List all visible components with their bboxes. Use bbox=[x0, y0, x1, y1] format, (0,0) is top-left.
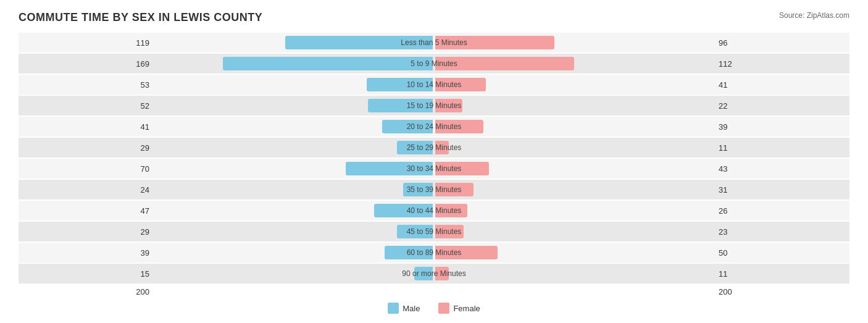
male-bar bbox=[223, 57, 433, 70]
female-value: 50 bbox=[714, 248, 849, 258]
male-bar bbox=[414, 267, 433, 280]
chart-container: COMMUTE TIME BY SEX IN LEWIS COUNTY Sour… bbox=[0, 0, 868, 323]
female-bar bbox=[435, 204, 467, 217]
male-value: 169 bbox=[19, 59, 154, 69]
male-value: 39 bbox=[19, 248, 154, 258]
male-bar bbox=[382, 120, 433, 133]
chart-row: 29 45 to 59 Minutes 23 bbox=[19, 222, 849, 241]
male-label: Male bbox=[403, 304, 420, 313]
female-bar bbox=[435, 162, 489, 175]
chart-row: 169 5 to 9 Minutes 112 bbox=[19, 54, 849, 73]
chart-row: 41 20 to 24 Minutes 39 bbox=[19, 117, 849, 136]
female-bar bbox=[435, 225, 464, 238]
female-label: Female bbox=[453, 304, 480, 313]
chart-row: 24 35 to 39 Minutes 31 bbox=[19, 180, 849, 199]
female-value: 96 bbox=[714, 38, 849, 48]
male-value: 29 bbox=[19, 143, 154, 153]
female-bar bbox=[435, 99, 462, 112]
female-value: 26 bbox=[714, 206, 849, 216]
female-bar bbox=[435, 78, 486, 91]
male-value: 70 bbox=[19, 164, 154, 174]
female-value: 43 bbox=[714, 164, 849, 174]
female-bar bbox=[435, 246, 498, 259]
female-bar bbox=[435, 57, 574, 70]
legend: Male Female bbox=[19, 303, 849, 314]
female-value: 11 bbox=[714, 269, 849, 279]
chart-row: 39 60 to 89 Minutes 50 bbox=[19, 243, 849, 262]
male-value: 15 bbox=[19, 269, 154, 279]
chart-row: 29 25 to 29 Minutes 11 bbox=[19, 138, 849, 157]
male-value: 47 bbox=[19, 206, 154, 216]
female-bar bbox=[435, 183, 474, 196]
axis-right-label: 200 bbox=[714, 287, 849, 296]
male-value: 41 bbox=[19, 122, 154, 132]
axis-row: 200 200 bbox=[19, 287, 849, 296]
male-bar bbox=[346, 162, 433, 175]
male-value: 53 bbox=[19, 80, 154, 90]
female-swatch bbox=[438, 303, 449, 314]
female-bar bbox=[435, 141, 449, 154]
male-bar bbox=[285, 36, 433, 49]
male-bar bbox=[385, 246, 433, 259]
source-label: Source: ZipAtlas.com bbox=[779, 11, 849, 20]
female-value: 39 bbox=[714, 122, 849, 132]
male-value: 24 bbox=[19, 185, 154, 195]
male-bar bbox=[374, 204, 433, 217]
male-value: 29 bbox=[19, 227, 154, 237]
male-bar bbox=[367, 78, 433, 91]
axis-left-label: 200 bbox=[19, 287, 154, 296]
chart-row: 52 15 to 19 Minutes 22 bbox=[19, 96, 849, 115]
male-swatch bbox=[388, 303, 399, 314]
female-bar bbox=[435, 267, 449, 280]
male-value: 119 bbox=[19, 38, 154, 48]
female-bar bbox=[435, 36, 554, 49]
chart-row: 119 Less than 5 Minutes 96 bbox=[19, 33, 849, 52]
female-value: 112 bbox=[714, 59, 849, 69]
male-value: 52 bbox=[19, 101, 154, 111]
chart-title: COMMUTE TIME BY SEX IN LEWIS COUNTY bbox=[19, 11, 849, 24]
chart-row: 47 40 to 44 Minutes 26 bbox=[19, 201, 849, 220]
chart-row: 70 30 to 34 Minutes 43 bbox=[19, 159, 849, 178]
male-bar bbox=[403, 183, 433, 196]
female-value: 31 bbox=[714, 185, 849, 195]
male-bar bbox=[397, 225, 433, 238]
male-bar bbox=[397, 141, 433, 154]
male-bar bbox=[368, 99, 433, 112]
female-value: 11 bbox=[714, 143, 849, 153]
chart-row: 53 10 to 14 Minutes 41 bbox=[19, 75, 849, 94]
chart-row: 15 90 or more Minutes 11 bbox=[19, 264, 849, 283]
legend-male: Male bbox=[388, 303, 420, 314]
legend-female: Female bbox=[438, 303, 480, 314]
female-bar bbox=[435, 120, 483, 133]
chart-body: 119 Less than 5 Minutes 96 169 bbox=[19, 33, 849, 283]
female-value: 22 bbox=[714, 101, 849, 111]
female-value: 23 bbox=[714, 227, 849, 237]
female-value: 41 bbox=[714, 80, 849, 90]
